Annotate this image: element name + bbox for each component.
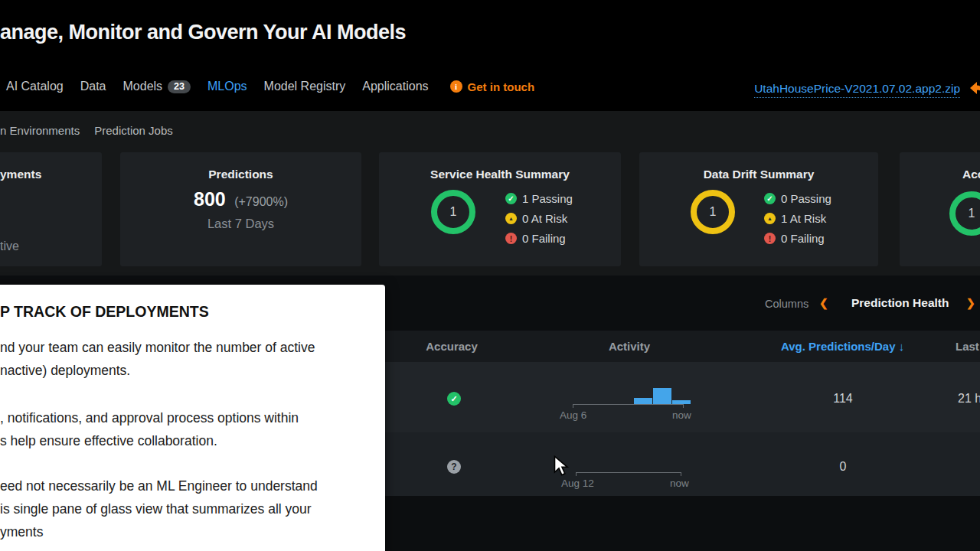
columns-label: Columns: [765, 298, 808, 310]
app-header: anage, Monitor and Govern Your AI Models…: [0, 0, 980, 111]
nav-data[interactable]: Data: [80, 80, 106, 93]
legend-item-passing: ✓ 0 Passing: [764, 192, 831, 205]
service-health-card: Service Health Summary 1 ✓ 1 Passing ▲ 0…: [379, 152, 621, 266]
column-header-avg-predictions[interactable]: Avg. Predictions/Day ↓: [781, 340, 904, 353]
nav-applications[interactable]: Applications: [362, 80, 428, 93]
activity-axis: [573, 404, 684, 408]
predictions-value-line: 800 (+7900%): [120, 188, 361, 210]
accuracy-ring-value: 1: [969, 207, 975, 220]
tour-popup-line: nactive) deployments.: [0, 363, 130, 379]
get-in-touch-label: Get in touch: [468, 80, 535, 93]
tour-popup-line: is single pane of glass view that summar…: [0, 501, 312, 517]
predictions-delta: (+7900%): [234, 195, 288, 208]
service-health-title: Service Health Summary: [379, 168, 621, 181]
column-header-last[interactable]: Last: [956, 340, 979, 353]
activity-range-end: now: [670, 478, 689, 489]
legend-item-failing: ! 0 Failing: [764, 232, 831, 245]
predictions-card-title: Predictions: [120, 168, 361, 181]
activity-range-start: Aug 6: [560, 409, 586, 421]
service-health-ring: 1: [431, 190, 475, 234]
nav-models[interactable]: Models 23: [123, 80, 191, 93]
accuracy-unknown-icon: ?: [447, 460, 461, 474]
failing-icon: !: [764, 233, 776, 244]
predictions-value: 800: [194, 188, 226, 210]
legend-item-passing: ✓ 1 Passing: [505, 192, 573, 205]
nav-ai-catalog[interactable]: AI Catalog: [6, 80, 64, 93]
download-file-link[interactable]: UtahHousePrice-V2021.07.02.app2.zip: [754, 82, 960, 98]
tour-popup-heading: P TRACK OF DEPLOYMENTS: [0, 303, 209, 321]
tour-popup: P TRACK OF DEPLOYMENTS nd your team can …: [0, 285, 385, 551]
failing-icon: !: [505, 233, 517, 244]
check-icon: ✓: [764, 193, 776, 204]
deployments-card-footer: tive: [0, 240, 19, 253]
page-title: anage, Monitor and Govern Your AI Models: [0, 21, 406, 44]
service-health-legend: ✓ 1 Passing ▲ 0 At Risk ! 0 Failing: [505, 192, 573, 245]
predictions-period: Last 7 Days: [120, 217, 361, 231]
deployments-card-title: yments: [0, 168, 41, 181]
nav-mlops[interactable]: MLOps: [207, 80, 247, 93]
activity-axis: [576, 472, 681, 476]
share-icon[interactable]: [969, 80, 980, 100]
legend-item-failing: ! 0 Failing: [505, 232, 573, 245]
legend-item-at-risk: ▲ 0 At Risk: [505, 212, 573, 225]
tour-popup-line: , notifications, and approval process op…: [0, 410, 299, 426]
tour-popup-line: eed not necessarily be an ML Engineer to…: [0, 478, 318, 494]
accuracy-passing-icon: ✓: [447, 392, 461, 406]
avg-predictions-value: 114: [812, 392, 874, 406]
column-header-activity[interactable]: Activity: [583, 340, 675, 353]
service-health-ring-value: 1: [450, 205, 457, 219]
pager-prev-icon[interactable]: ❮: [819, 297, 828, 309]
check-icon: ✓: [505, 193, 517, 204]
sort-desc-icon: ↓: [899, 340, 905, 353]
data-drift-legend: ✓ 0 Passing ▲ 1 At Risk ! 0 Failing: [764, 192, 831, 245]
accuracy-card: Acc 1: [900, 152, 980, 266]
subnav-environments[interactable]: n Environments: [0, 124, 80, 137]
avg-predictions-value: 0: [812, 460, 874, 474]
get-in-touch-button[interactable]: i Get in touch: [450, 80, 535, 93]
subnav-prediction-jobs[interactable]: Prediction Jobs: [94, 124, 173, 137]
legend-item-at-risk: ▲ 1 At Risk: [764, 212, 831, 225]
at-risk-icon: ▲: [505, 213, 517, 224]
sub-nav: n Environments Prediction Jobs: [0, 124, 173, 137]
pager-next-icon[interactable]: ❯: [966, 297, 975, 309]
data-drift-card: Data Drift Summary 1 ✓ 0 Passing ▲ 1 At …: [639, 152, 878, 266]
activity-range-end: now: [672, 409, 691, 421]
mouse-cursor: [554, 455, 571, 480]
activity-sparkline: [634, 388, 691, 404]
deployments-card: yments tive: [0, 152, 102, 266]
data-drift-ring: 1: [691, 190, 735, 234]
predictions-card: Predictions 800 (+7900%) Last 7 Days: [120, 152, 361, 266]
nav-model-registry[interactable]: Model Registry: [264, 80, 346, 93]
columns-selected: Prediction Health: [851, 296, 949, 310]
column-header-accuracy[interactable]: Accuracy: [413, 340, 490, 353]
tour-popup-line: s help ensure effective collaboration.: [0, 433, 217, 449]
info-icon: i: [450, 80, 462, 93]
last-prediction-value: 21 h: [958, 392, 980, 406]
at-risk-icon: ▲: [764, 213, 776, 224]
data-drift-title: Data Drift Summary: [639, 168, 878, 181]
data-drift-ring-value: 1: [710, 205, 717, 219]
models-count-badge: 23: [168, 80, 191, 93]
accuracy-ring: 1: [949, 191, 980, 236]
tour-popup-line: nd your team can easily monitor the numb…: [0, 340, 315, 356]
main-nav: AI Catalog Data Models 23 MLOps Model Re…: [6, 80, 534, 93]
accuracy-card-title: Acc: [962, 168, 980, 181]
tour-popup-line: yments: [0, 524, 43, 540]
